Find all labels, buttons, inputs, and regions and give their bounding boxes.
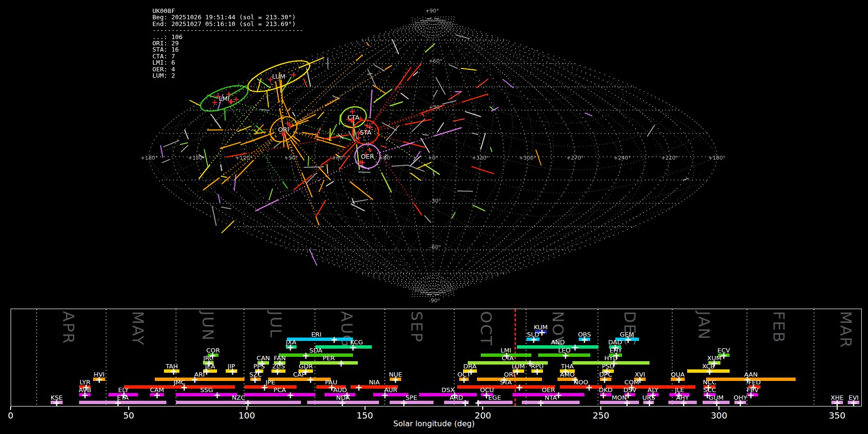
x-axis-tick-label: 100 xyxy=(239,410,255,420)
month-label-feb: FEB xyxy=(770,311,788,343)
month-label-oct: OCT xyxy=(477,311,495,346)
shower-label-eri: ERI xyxy=(312,331,322,338)
grid-latitude-label: -60° xyxy=(430,244,441,250)
month-gridline-jun xyxy=(176,309,176,406)
grid-longitude-label: +330° xyxy=(472,155,489,161)
shower-bar-kcg xyxy=(315,345,372,349)
shower-label-nzc: NZC xyxy=(232,394,245,401)
shower-label-sta: STA xyxy=(500,379,512,386)
x-axis-tick xyxy=(837,407,838,410)
meteor-analysis-screen: UK008F Beg: 20251026 19:51:44 (sol = 213… xyxy=(0,0,868,434)
shower-label-and: AND xyxy=(551,339,565,346)
shower-label-oer: OER xyxy=(542,386,555,393)
month-gridline-aug xyxy=(314,309,315,406)
grid-longitude-label: +0° xyxy=(428,155,438,161)
shower-label-nta: NTA xyxy=(544,394,557,401)
x-axis-tick xyxy=(128,407,129,410)
shower-label-cta: CTA xyxy=(502,354,514,362)
x-axis-tick-label: 200 xyxy=(475,410,491,420)
radiant-label-cta: CTA xyxy=(348,114,360,121)
shower-label-pca: PCA xyxy=(273,386,286,393)
north-pole-label: +90° xyxy=(425,8,439,14)
x-axis-tick-label: 50 xyxy=(123,410,134,420)
grid-latitude-label: +30° xyxy=(429,104,443,110)
shower-label-ege: EGE xyxy=(488,394,502,401)
grid-longitude-label: +30° xyxy=(379,155,393,161)
x-axis-tick xyxy=(600,407,601,410)
month-label-jul: JUL xyxy=(267,311,285,339)
shower-label-per: PER xyxy=(323,354,335,362)
x-axis-title: Solar longitude (deg) xyxy=(393,419,475,428)
grid-longitude-label: +150° xyxy=(188,155,205,161)
grid-latitude-label: +60° xyxy=(429,57,443,64)
radiant-label-oer: OER xyxy=(361,153,374,160)
grid-longitude-label: +210° xyxy=(661,155,678,161)
shower-label-cap: CAP xyxy=(293,371,306,378)
radiant-label-lum: LUM xyxy=(272,73,285,80)
month-label-apr: APR xyxy=(59,311,78,344)
grid-longitude-label: +240° xyxy=(614,155,631,161)
radiant-label-lmi: LMI xyxy=(219,95,230,102)
activity-timeline-plot: APRMAYJUNJULAUGSEPOCTNOVDECJANFEBMARKUM+… xyxy=(11,309,862,407)
month-gridline-apr xyxy=(36,309,37,406)
month-label-mar: MAR xyxy=(837,311,855,349)
month-label-jun: JUN xyxy=(199,311,217,341)
grid-latitude-label: -30° xyxy=(430,197,441,203)
x-axis-tick-label: 250 xyxy=(593,410,609,420)
grid-longitude-label: +60° xyxy=(331,155,345,161)
shower-label-sda: SDA xyxy=(309,347,322,354)
south-pole-label: -90° xyxy=(429,297,440,303)
month-label-may: MAY xyxy=(129,311,147,346)
grid-longitude-label: +180° xyxy=(708,155,726,161)
month-gridline-jan xyxy=(672,309,673,406)
x-axis-tick xyxy=(246,407,247,410)
x-axis-tick xyxy=(10,407,11,410)
radiant-label-ori: ORI xyxy=(278,126,289,133)
grid-longitude-label: +180° xyxy=(141,155,158,161)
month-label-sep: SEP xyxy=(407,311,426,343)
shower-label-ssg: SSG xyxy=(200,386,213,393)
month-gridline-may xyxy=(106,309,107,406)
month-label-jan: JAN xyxy=(695,311,713,340)
grid-longitude-label: +120° xyxy=(235,155,253,161)
shower-label-nia: NIA xyxy=(369,379,380,386)
x-axis-tick-label: 350 xyxy=(829,410,845,420)
grid-longitude-label: +90° xyxy=(284,155,298,161)
x-axis-tick xyxy=(365,407,366,410)
grid-longitude-label: +300° xyxy=(519,155,536,161)
x-axis-tick xyxy=(482,407,483,410)
radiant-label-sta: STA xyxy=(360,129,371,136)
x-axis-tick-label: 0 xyxy=(8,410,13,420)
month-gridline-dec xyxy=(597,309,598,406)
observation-header: UK008F Beg: 20251026 19:51:44 (sol = 213… xyxy=(152,8,303,79)
x-axis-tick-label: 150 xyxy=(356,410,373,420)
month-gridline-jul xyxy=(244,309,244,406)
grid-longitude-label: +270° xyxy=(566,155,583,161)
month-gridline-mar xyxy=(814,309,814,406)
x-axis-tick-label: 300 xyxy=(711,410,727,420)
x-axis-tick xyxy=(719,407,719,410)
